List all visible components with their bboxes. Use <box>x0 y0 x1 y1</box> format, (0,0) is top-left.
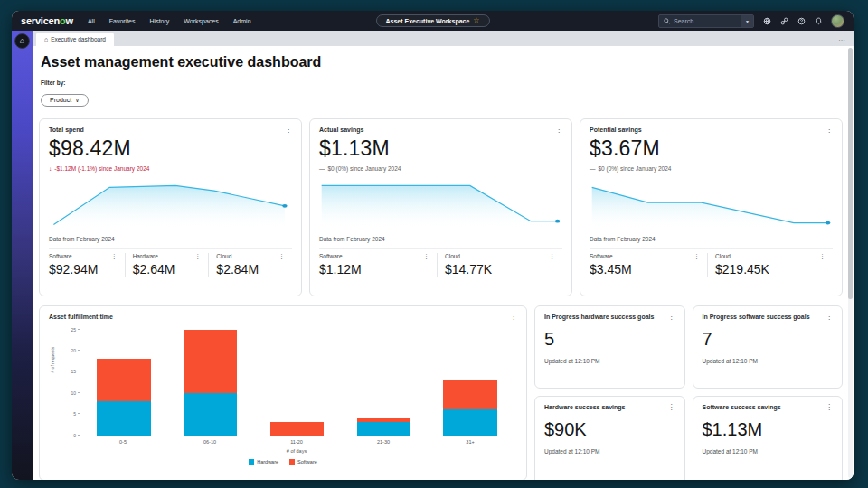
bar-chart: # of requests 0510152025 <box>80 330 514 436</box>
kebab-menu-icon[interactable]: ⋮ <box>285 127 292 134</box>
servicenow-logo[interactable]: servicenow <box>21 15 73 26</box>
legend-item-hardware[interactable]: Hardware <box>249 459 278 465</box>
card-title: In Progress software success goals <box>703 314 810 320</box>
kebab-menu-icon[interactable]: ⋮ <box>194 253 201 259</box>
left-rail: ⌂ <box>12 31 33 480</box>
stacked-bar[interactable] <box>357 330 410 436</box>
stacked-bar[interactable] <box>443 330 496 436</box>
plot-area: 0510152025 <box>80 330 514 436</box>
chart-title: Asset fulfillment time <box>49 314 113 320</box>
window-body: ⌂ ⌂ Executive dashboard … Asset manageme… <box>12 31 854 480</box>
x-tick-label: 11-20 <box>253 439 340 445</box>
kebab-menu-icon[interactable]: ⋮ <box>819 253 826 259</box>
updated-timestamp: Updated at 12:10 PM <box>703 358 834 364</box>
now-assist-icon[interactable] <box>762 16 771 25</box>
tab-overflow-menu[interactable]: … <box>838 34 854 46</box>
kpi-delta: — $0 (0%) since January 2024 <box>319 165 562 172</box>
logo-text-end: w <box>66 15 73 26</box>
kpi-row: Total spend ⋮ $98.42M ↓ -$1.12M (-1.1%) … <box>39 118 843 296</box>
legend-item-software[interactable]: Software <box>289 459 317 465</box>
y-tick-mark <box>78 371 80 371</box>
stat-value: 7 <box>703 329 834 350</box>
navbar-right-controls: Search ▾ <box>658 14 844 28</box>
y-tick-mark <box>78 392 80 393</box>
kebab-menu-icon[interactable]: ⋮ <box>693 253 700 259</box>
workspace-home-button[interactable]: ⌂ <box>14 33 30 49</box>
bar-segment-hardware[interactable] <box>97 401 150 435</box>
bar-slot-06-10 <box>167 330 254 436</box>
delta-text: $0 (0%) since January 2024 <box>599 165 672 172</box>
bar-slot-0-5 <box>80 330 167 436</box>
search-scope-dropdown[interactable]: ▾ <box>741 15 753 27</box>
asset-fulfillment-chart-card: Asset fulfillment time ⋮ # of requests 0… <box>39 305 527 481</box>
bar-segment-software[interactable] <box>443 380 496 410</box>
bar-segment-software[interactable] <box>184 330 237 393</box>
updated-timestamp: Updated at 12:10 PM <box>544 448 675 455</box>
breakdown-label: Cloud <box>445 253 460 259</box>
bar-segment-hardware[interactable] <box>184 393 237 436</box>
y-axis-title: # of requests <box>50 346 55 372</box>
kebab-menu-icon[interactable]: ⋮ <box>510 314 517 321</box>
tab-executive-dashboard[interactable]: ⌂ Executive dashboard <box>36 33 114 46</box>
user-avatar[interactable] <box>831 14 844 28</box>
kebab-menu-icon[interactable]: ⋮ <box>555 127 562 134</box>
vertical-scrollbar[interactable] <box>848 48 853 478</box>
bar-segment-software[interactable] <box>270 422 324 435</box>
delta-text: -$1.12M (-1.1%) since January 2024 <box>54 165 149 172</box>
kpi-breakdown: Software⋮ $1.12M Cloud⋮ $14.77K <box>319 248 562 277</box>
help-icon[interactable] <box>797 16 806 25</box>
kebab-menu-icon[interactable]: ⋮ <box>278 253 285 259</box>
search-input[interactable]: Search <box>659 15 741 27</box>
legend-swatch <box>289 459 295 465</box>
kebab-menu-icon[interactable]: ⋮ <box>423 253 429 259</box>
stacked-bar[interactable] <box>97 330 150 436</box>
workspace-pill-label: Asset Executive Workspace <box>385 18 469 24</box>
breakdown-cloud: Cloud⋮ $2.84M <box>208 253 292 277</box>
menu-item-history[interactable]: History <box>150 18 170 24</box>
kpi-breakdown: Software⋮ $3.45M Cloud⋮ $219.45K <box>590 248 833 277</box>
menu-item-favorites[interactable]: Favorites <box>109 18 136 24</box>
total-spend-sparkline <box>49 179 292 230</box>
trend-down-icon: ↓ <box>49 165 52 172</box>
kebab-menu-icon[interactable]: ⋮ <box>668 314 675 321</box>
breakdown-value: $92.94M <box>49 262 118 277</box>
search-placeholder: Search <box>674 18 693 24</box>
card-title: Hardware success savings <box>544 404 626 410</box>
kebab-menu-icon[interactable]: ⋮ <box>826 404 833 411</box>
y-tick-label: 0 <box>73 433 76 438</box>
bar-segment-hardware[interactable] <box>357 422 410 435</box>
breakdown-label: Cloud <box>715 253 731 259</box>
breakdown-value: $1.12M <box>319 262 429 277</box>
breakdown-value: $3.45M <box>590 262 700 277</box>
kebab-menu-icon[interactable]: ⋮ <box>668 404 675 411</box>
bar-segment-hardware[interactable] <box>443 409 496 435</box>
notifications-bell-icon[interactable] <box>814 16 823 25</box>
stacked-bar[interactable] <box>184 330 237 436</box>
product-filter-dropdown[interactable]: Product ∨ <box>41 94 89 107</box>
connect-chat-icon[interactable] <box>779 16 788 25</box>
second-row: Asset fulfillment time ⋮ # of requests 0… <box>39 305 843 481</box>
kebab-menu-icon[interactable]: ⋮ <box>111 253 118 259</box>
breakdown-software: Software⋮ $92.94M <box>49 253 125 277</box>
bar-slot-21-30 <box>340 330 427 436</box>
kebab-menu-icon[interactable]: ⋮ <box>826 314 833 321</box>
stacked-bar[interactable] <box>270 330 324 436</box>
dashboard-content: Asset management executive dashboard Fil… <box>33 46 854 480</box>
stat-card-software-goals: In Progress software success goals⋮ 7 Up… <box>693 305 844 389</box>
main-menu: All Favorites History Workspaces Admin <box>88 18 251 24</box>
kebab-menu-icon[interactable]: ⋮ <box>549 253 555 259</box>
top-navbar: servicenow All Favorites History Workspa… <box>12 11 854 31</box>
workspace-switcher-pill[interactable]: Asset Executive Workspace ☆ <box>375 14 489 27</box>
menu-item-admin[interactable]: Admin <box>233 18 251 24</box>
breakdown-hardware: Hardware⋮ $2.64M <box>125 253 209 277</box>
menu-item-workspaces[interactable]: Workspaces <box>184 18 218 24</box>
scrollbar-thumb[interactable] <box>848 48 853 299</box>
filter-by-label: Filter by: <box>41 80 843 86</box>
kebab-menu-icon[interactable]: ⋮ <box>826 127 833 134</box>
menu-item-all[interactable]: All <box>88 18 95 24</box>
bar-segment-software[interactable] <box>97 359 150 401</box>
card-title: In Progress hardware success goals <box>544 314 654 320</box>
desktop-background: servicenow All Favorites History Workspa… <box>0 0 868 488</box>
stat-card-software-savings: Software success savings⋮ $1.13M Updated… <box>693 396 844 481</box>
favorite-star-icon[interactable]: ☆ <box>473 17 479 24</box>
